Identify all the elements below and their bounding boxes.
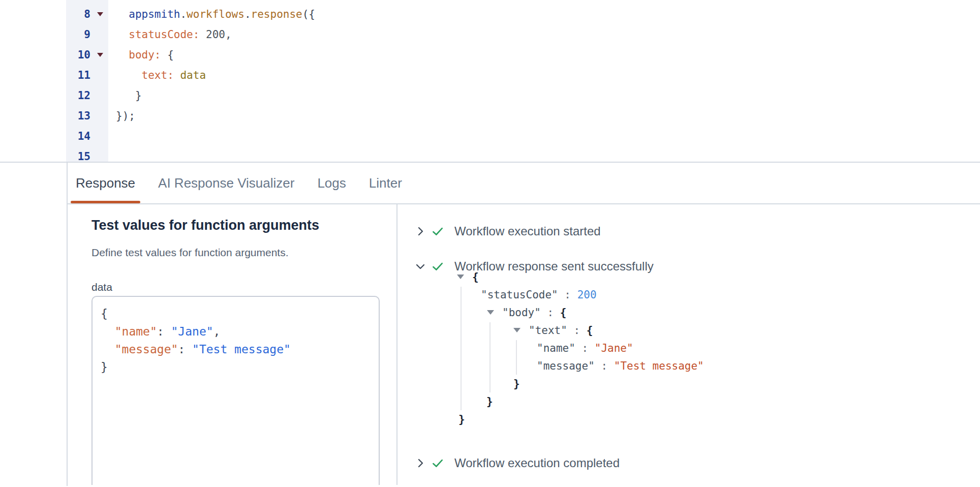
code-line[interactable]: 11 text: data [0, 65, 980, 85]
tree-token: "statusCode" [481, 289, 558, 301]
code-token: data [180, 69, 206, 81]
code-token [161, 49, 168, 61]
line-number: 11 [66, 69, 90, 81]
tree-token: : [541, 307, 560, 319]
tree-token: "body" [502, 307, 541, 319]
line-number: 12 [66, 89, 90, 102]
tab-linter[interactable]: Linter [369, 163, 402, 203]
code-line[interactable]: 12 } [0, 85, 980, 106]
bottom-panel: ResponseAI Response VisualizerLogsLinter… [67, 163, 980, 486]
code-line[interactable]: 15 [0, 146, 980, 163]
code-token: { [167, 49, 174, 61]
json-tree-row: "message" : "Test message" [397, 357, 704, 375]
line-number: 8 [66, 8, 90, 20]
line-number: 14 [66, 130, 90, 142]
tab-label: Response [76, 175, 135, 191]
code-token [174, 69, 180, 81]
code-line[interactable]: 14 [0, 126, 980, 146]
tree-token: { [472, 271, 479, 283]
code-token: text: [142, 69, 174, 81]
json-token: "Test message" [192, 343, 291, 356]
collapse-triangle-icon[interactable] [487, 310, 494, 315]
log-entry-label: Workflow execution started [454, 224, 601, 238]
tree-token: { [587, 324, 593, 337]
json-token: "Jane" [171, 325, 213, 338]
code-line[interactable]: 10 body: { [0, 45, 980, 65]
tree-token: "Test message" [614, 360, 704, 372]
code-line[interactable]: 9 statusCode: 200, [0, 24, 980, 45]
json-input-line: "name": "Jane", [101, 323, 379, 341]
json-token: } [101, 360, 108, 374]
code-token: response [251, 8, 302, 20]
code-text: text: data [116, 69, 206, 81]
line-number: 10 [66, 49, 90, 61]
collapse-triangle-icon[interactable] [513, 328, 520, 332]
line-number-gutter: 10 [66, 45, 108, 65]
code-token: statusCode: [129, 28, 199, 41]
line-number-gutter: 11 [66, 65, 108, 85]
line-number: 9 [66, 28, 90, 41]
log-entry-label: Workflow response sent successfully [454, 259, 654, 273]
tree-token: "message" [537, 360, 595, 372]
json-token: : [157, 325, 171, 338]
code-text: statusCode: 200, [116, 28, 232, 41]
log-entry[interactable]: Workflow execution started [397, 223, 601, 240]
line-number-gutter: 13 [66, 106, 108, 126]
json-token [101, 325, 115, 338]
collapse-triangle-icon[interactable] [457, 275, 464, 279]
json-tree-row: } [397, 375, 520, 392]
log-entry-label: Workflow execution completed [454, 456, 620, 470]
code-fold-arrow-icon[interactable] [90, 12, 108, 16]
json-tree-row: "name" : "Jane" [397, 339, 633, 357]
code-token: 200, [199, 28, 231, 41]
execution-log-pane: Workflow execution startedWorkflow respo… [397, 204, 980, 485]
code-line[interactable]: 8 appsmith.workflows.response({ [0, 4, 980, 24]
log-entry[interactable]: Workflow execution completed [397, 454, 620, 472]
code-token: workflows [187, 8, 244, 20]
code-token: } [135, 89, 142, 102]
line-number-gutter: 14 [66, 126, 108, 146]
tab-response[interactable]: Response [76, 163, 135, 203]
code-fold-arrow-icon[interactable] [90, 53, 108, 57]
data-json-input[interactable]: { "name": "Jane", "message": "Test messa… [91, 296, 380, 485]
json-token: "message" [115, 343, 178, 356]
json-token: : [178, 343, 192, 356]
code-token [116, 28, 129, 41]
code-token: ({ [302, 8, 315, 20]
json-tree-row: "text" : { [397, 321, 593, 339]
test-values-pane: Test values for function arguments Defin… [68, 204, 397, 485]
json-tree-row: "statusCode" : 200 [397, 286, 597, 303]
code-line[interactable]: 13}); [0, 106, 980, 126]
code-text: body: { [116, 49, 174, 61]
tab-logs[interactable]: Logs [317, 163, 346, 203]
code-token [116, 49, 129, 61]
tree-token: 200 [577, 289, 597, 301]
code-text: }); [116, 110, 135, 122]
code-token [116, 8, 129, 20]
json-token: "name" [115, 325, 157, 338]
code-token: body: [129, 49, 161, 61]
json-token: , [213, 325, 221, 338]
chevron-right-icon[interactable] [414, 225, 426, 237]
line-number-gutter: 12 [66, 85, 108, 106]
code-token: . [244, 8, 251, 20]
code-editor[interactable]: 8 appsmith.workflows.response({9 statusC… [0, 0, 980, 163]
success-check-icon [431, 225, 444, 238]
chevron-right-icon[interactable] [414, 457, 426, 469]
active-tab-indicator [71, 201, 140, 203]
code-token: }); [116, 110, 135, 122]
tab-ai-response-visualizer[interactable]: AI Response Visualizer [158, 163, 294, 203]
data-field-label: data [91, 281, 396, 293]
code-text: appsmith.workflows.response({ [116, 8, 315, 20]
json-input-line: { [101, 305, 379, 323]
editor-lines: 8 appsmith.workflows.response({9 statusC… [0, 4, 980, 163]
code-token [116, 89, 135, 102]
tree-token: : [575, 342, 595, 354]
line-number-gutter: 8 [66, 4, 108, 24]
tree-token: } [486, 395, 493, 408]
json-tree-row: } [397, 392, 493, 410]
line-number: 15 [66, 150, 90, 163]
tree-token: } [513, 378, 520, 390]
tree-token: "name" [537, 342, 575, 354]
line-number: 13 [66, 110, 90, 122]
